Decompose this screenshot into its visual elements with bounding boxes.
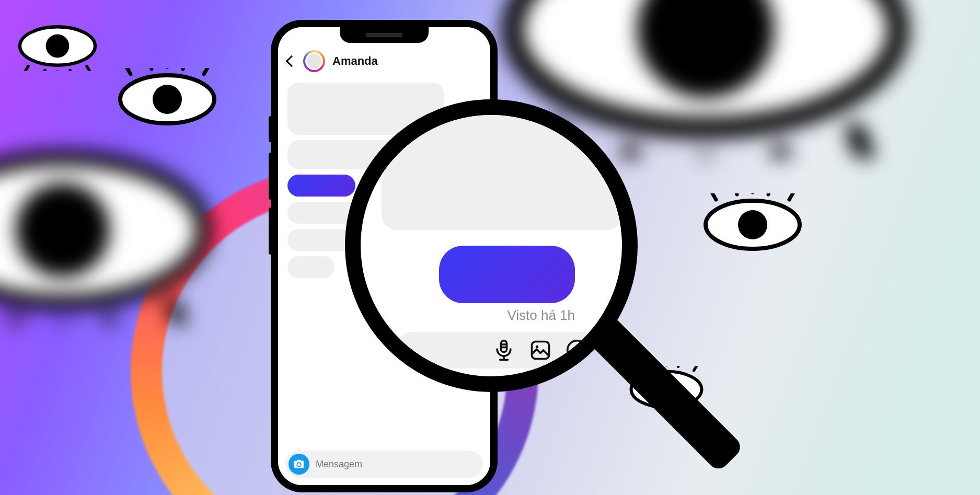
phone-side-button [269, 116, 273, 142]
svg-point-49 [568, 341, 587, 360]
eye-icon [115, 68, 220, 131]
magnifier: Visto há 1h [345, 99, 753, 495]
svg-line-20 [172, 305, 185, 324]
svg-line-17 [9, 321, 16, 324]
svg-line-26 [781, 154, 792, 158]
svg-line-6 [87, 66, 90, 71]
svg-line-19 [110, 321, 116, 324]
phone-notch [340, 27, 429, 43]
eye-icon [0, 136, 220, 324]
seen-status: Visto há 1h [507, 307, 575, 324]
mic-icon[interactable] [492, 339, 515, 362]
svg-line-5 [70, 70, 72, 71]
magnified-received-bubble [382, 115, 622, 230]
svg-line-10 [149, 68, 152, 69]
back-icon[interactable] [286, 55, 298, 67]
message-bubble-received[interactable] [287, 256, 335, 278]
phone-speaker [366, 33, 402, 37]
phone-side-button [269, 208, 273, 255]
svg-line-2 [25, 66, 28, 71]
eye-icon [16, 21, 99, 71]
svg-point-8 [153, 85, 182, 114]
magnifier-handle [585, 314, 744, 473]
camera-button[interactable] [289, 454, 309, 475]
svg-line-34 [789, 193, 793, 200]
svg-line-3 [43, 70, 45, 71]
svg-point-48 [536, 346, 539, 349]
avatar[interactable] [303, 50, 325, 72]
svg-point-1 [46, 34, 70, 58]
svg-point-15 [16, 183, 110, 277]
svg-line-13 [204, 68, 208, 74]
image-icon[interactable] [529, 339, 552, 362]
svg-line-33 [768, 193, 770, 194]
magnified-sent-bubble [439, 246, 575, 303]
svg-line-27 [856, 132, 873, 158]
illustration-stage: Amanda Visto há 1h [0, 0, 980, 495]
contact-name[interactable]: Amanda [332, 54, 378, 68]
magnified-composer-toolbar [397, 332, 601, 369]
svg-line-9 [126, 68, 131, 74]
plus-icon[interactable] [566, 339, 589, 362]
svg-line-12 [183, 68, 185, 69]
phone-side-button [269, 153, 273, 200]
